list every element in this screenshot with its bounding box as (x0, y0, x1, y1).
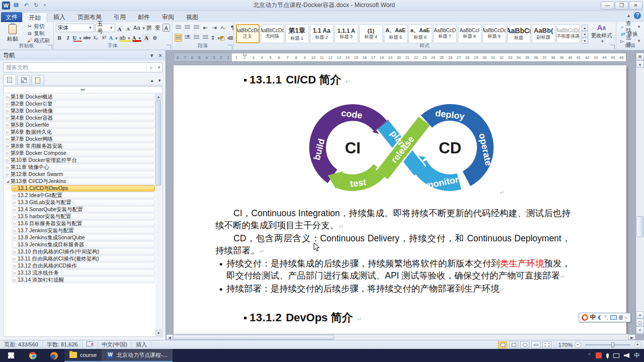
zoom-out-button[interactable]: − (575, 341, 581, 348)
scroll-left-icon[interactable]: ◀ (166, 334, 173, 340)
style-标题[interactable]: AaBbC(标题 (507, 24, 531, 43)
undo-icon[interactable]: ↶ (22, 2, 30, 9)
nav-scroll-thumb[interactable] (155, 100, 161, 186)
expand-icon[interactable]: ▷ (12, 194, 18, 198)
explorer-taskbar-item[interactable]: course (64, 349, 102, 362)
expand-icon[interactable]: ▷ (12, 201, 18, 205)
zoom-slider-thumb[interactable] (611, 342, 614, 347)
horizontal-ruler[interactable]: 87654321 1234567891011121314151617181920… (174, 53, 626, 62)
nav-item[interactable]: ▷13.4 SonarQube安装与配置 (12, 206, 155, 213)
page-count[interactable]: 页面: 433/560 (0, 341, 43, 348)
style-无间隔[interactable]: AaBbCcDd无间隔 (261, 24, 284, 43)
network-icon[interactable] (613, 353, 619, 358)
scroll-thumb[interactable] (636, 216, 643, 237)
next-heading-icon[interactable]: ▼ (157, 78, 162, 83)
shading-button[interactable]: ◩▼ (220, 34, 227, 42)
select-browse-object-icon[interactable]: ◯ (636, 319, 644, 326)
nav-item[interactable]: ▷第8章 常用服务器安装 (5, 143, 155, 149)
align-center-button[interactable] (184, 34, 191, 42)
nav-item[interactable]: ▷第2章 Docker引擎 (5, 101, 155, 107)
nav-item[interactable]: ▷13.6 目标服务器安装与配置 (12, 220, 155, 227)
expand-icon[interactable]: ▷ (12, 215, 18, 219)
expand-icon[interactable]: ▷ (5, 130, 11, 134)
web-layout-view-button[interactable] (520, 341, 529, 348)
nav-item[interactable]: ▷13.2 Idea中Git配置 (12, 192, 155, 199)
ime-indicator[interactable]: 中 (634, 351, 640, 360)
text-effects-button[interactable]: A▼ (109, 34, 118, 42)
style-标题 4[interactable]: (1)标题 4 (359, 24, 383, 43)
ime-logo-icon[interactable] (580, 313, 589, 322)
expand-icon[interactable]: ▷ (5, 144, 11, 148)
zoom-level[interactable]: 170% (553, 342, 573, 348)
styles-dialog-launcher[interactable] (610, 45, 615, 49)
nav-item[interactable]: ▷13.14 添加钉钉提醒 (12, 277, 155, 283)
line-spacing-button[interactable]: ⇕▼ (211, 34, 218, 42)
ime-userdict-icon[interactable] (619, 315, 623, 320)
expand-icon[interactable]: ▷ (5, 123, 11, 127)
next-page-icon[interactable]: ⏷ (636, 326, 644, 334)
collapse-icon[interactable]: ◢ (5, 179, 11, 184)
nav-item[interactable]: ▷第1章 Docker概述 (5, 94, 155, 100)
outline-view-button[interactable] (531, 341, 540, 348)
grow-font-button[interactable]: Aˆ (116, 24, 124, 32)
italic-button[interactable]: I (64, 34, 72, 42)
h-scroll-thumb[interactable] (173, 335, 334, 340)
align-left-button[interactable] (175, 34, 182, 42)
microphone-icon[interactable] (606, 353, 609, 357)
search-dropdown-icon[interactable]: ▼ (155, 65, 162, 70)
word-app-icon[interactable]: W (2, 2, 10, 10)
nav-item[interactable]: ▷13.5 harbor安装与配置 (12, 213, 155, 220)
font-color-button[interactable]: A▼ (132, 34, 142, 42)
nav-item[interactable]: ▷第7章 Docker网络 (5, 136, 155, 142)
expand-icon[interactable]: ▷ (5, 102, 11, 106)
document-page[interactable]: 13.1.1 CI/CD 简介 ↵ (174, 65, 626, 340)
gallery-up-icon[interactable]: ▲ (582, 25, 588, 31)
expand-icon[interactable]: ▷ (5, 109, 11, 113)
ime-chinese-mode[interactable]: 中 (590, 313, 596, 322)
scroll-up-icon[interactable]: ▲ (636, 60, 644, 68)
nav-item[interactable]: ▷第5章 Dockerfile (5, 122, 155, 128)
strikethrough-button[interactable]: abc (83, 34, 91, 42)
scroll-right-icon[interactable]: ▶ (628, 334, 635, 340)
expand-icon[interactable]: ▷ (5, 165, 11, 169)
nav-item[interactable]: ▷第6章 数据持久化 (5, 129, 155, 135)
paragraph-dialog-launcher[interactable] (228, 45, 232, 49)
style-不明显强调[interactable]: AaBbCcDd不明显强调 (556, 24, 580, 43)
start-button[interactable] (0, 349, 22, 362)
tab-file[interactable]: 文件 (1, 12, 22, 22)
help-icon[interactable]: ? (634, 12, 641, 19)
expand-icon[interactable]: ▷ (5, 95, 11, 99)
bold-button[interactable]: B (56, 34, 63, 42)
nav-scroll-down-icon[interactable]: ▼ (155, 330, 162, 336)
style-标题 2[interactable]: 1.1 Aa标题 2 (310, 24, 334, 43)
tab-1[interactable]: 开始 (22, 12, 47, 22)
expand-icon[interactable]: ▷ (5, 116, 11, 120)
expand-icon[interactable]: ▷ (12, 187, 18, 191)
style-标题 9[interactable]: AaBbCcDc标题 9 (482, 24, 506, 43)
nav-item[interactable]: ▷第12章 Docker Swarm (5, 171, 155, 177)
nav-item[interactable]: 13.9 Jenkins集成目标服务器 (12, 241, 155, 248)
style-标题 1[interactable]: 第1章标题 1 (285, 24, 309, 43)
nav-item[interactable]: ▷13.12 自由风格的CD操作 (12, 262, 155, 269)
nav-top-divider[interactable] (4, 87, 162, 93)
find-button[interactable]: ⌕查找▼ (619, 24, 642, 30)
highlight-button[interactable]: ab▼ (119, 34, 131, 42)
nav-item[interactable]: ▷第10章 Docker管理监控平台 (5, 157, 155, 163)
expand-icon[interactable]: ▷ (12, 250, 18, 254)
previous-page-icon[interactable]: ⏶ (636, 311, 644, 319)
expand-icon[interactable]: ▷ (5, 137, 11, 141)
nav-item[interactable]: ◢第13章 CI/CD与Jenkins (5, 178, 155, 185)
zoom-in-button[interactable]: + (634, 341, 641, 348)
ime-halfwidth-icon[interactable] (598, 315, 603, 320)
decrease-indent-button[interactable]: ⇤ (202, 24, 209, 32)
enclose-characters-button[interactable]: ⊕ (151, 34, 158, 42)
fullscreen-reading-view-button[interactable] (509, 341, 518, 348)
nav-item[interactable]: ▷13.10 自由风格的CI操作(中间架构) (12, 248, 155, 255)
minimize-button[interactable]: — (601, 2, 614, 10)
nav-item[interactable]: ▷13.11 自由风格的CI操作(最终架构) (12, 255, 155, 262)
expand-icon[interactable]: ▷ (12, 264, 18, 268)
expand-icon[interactable]: ▷ (12, 278, 18, 282)
nav-close-icon[interactable]: ✕ (158, 53, 163, 58)
expand-icon[interactable]: ▷ (12, 271, 18, 275)
save-icon[interactable]: 💾︎ (12, 2, 20, 9)
